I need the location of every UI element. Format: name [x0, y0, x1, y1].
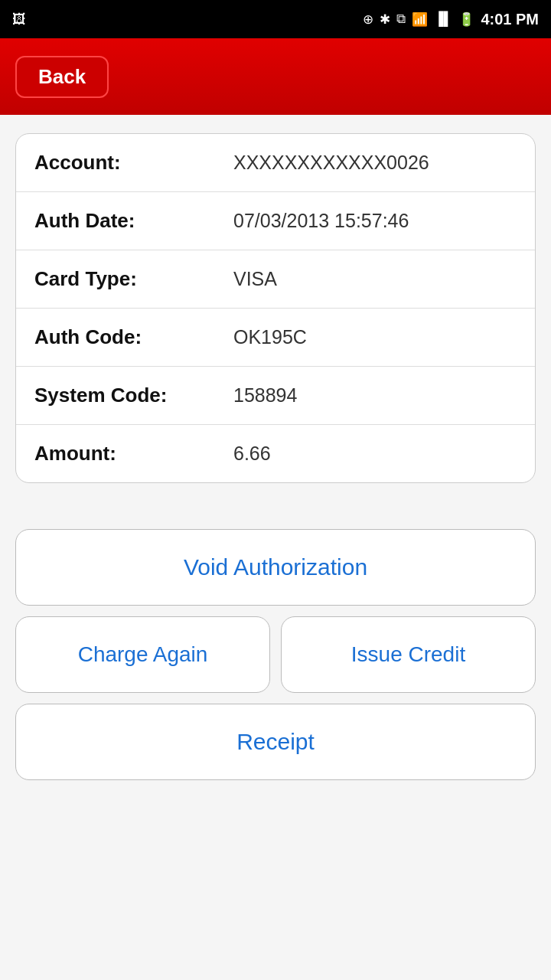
bluetooth-icon: ✱ [380, 11, 390, 28]
system-code-label: System Code: [34, 384, 233, 407]
card-type-label: Card Type: [34, 267, 233, 291]
info-card: Account: XXXXXXXXXXXX0026 Auth Date: 07/… [15, 133, 536, 483]
account-row: Account: XXXXXXXXXXXX0026 [16, 134, 535, 192]
amount-value: 6.66 [233, 443, 271, 465]
system-code-row: System Code: 158894 [16, 367, 535, 425]
void-authorization-button[interactable]: Void Authorization [15, 529, 536, 606]
charge-again-button[interactable]: Charge Again [15, 616, 270, 693]
account-label: Account: [34, 151, 233, 175]
wifi-icon: 📶 [412, 11, 428, 28]
battery-icon: 🔋 [458, 11, 474, 28]
back-button[interactable]: Back [15, 56, 109, 98]
status-bar: 🖼 ⊕ ✱ ⧉ 📶 ▐▌ 🔋 4:01 PM [0, 0, 551, 38]
nfc-icon: ⧉ [396, 11, 406, 27]
auth-code-label: Auth Code: [34, 325, 233, 349]
signal-icon: ▐▌ [434, 11, 452, 27]
receipt-button[interactable]: Receipt [15, 704, 536, 780]
card-type-row: Card Type: VISA [16, 250, 535, 309]
account-value: XXXXXXXXXXXX0026 [233, 152, 429, 174]
main-content: Account: XXXXXXXXXXXX0026 Auth Date: 07/… [0, 115, 551, 980]
system-code-value: 158894 [233, 384, 297, 407]
auth-date-value: 07/03/2013 15:57:46 [233, 210, 409, 232]
split-button-row: Charge Again Issue Credit [15, 616, 536, 693]
auth-code-value: OK195C [233, 326, 307, 348]
gps-icon: ⊕ [363, 11, 373, 28]
auth-date-row: Auth Date: 07/03/2013 15:57:46 [16, 192, 535, 250]
card-type-value: VISA [233, 268, 277, 290]
issue-credit-button[interactable]: Issue Credit [281, 616, 536, 693]
auth-code-row: Auth Code: OK195C [16, 309, 535, 367]
status-time: 4:01 PM [481, 11, 539, 28]
image-icon: 🖼 [12, 11, 26, 28]
auth-date-label: Auth Date: [34, 209, 233, 233]
amount-label: Amount: [34, 442, 233, 466]
buttons-area: Void Authorization Charge Again Issue Cr… [15, 529, 536, 780]
header: Back [0, 38, 551, 115]
amount-row: Amount: 6.66 [16, 425, 535, 482]
